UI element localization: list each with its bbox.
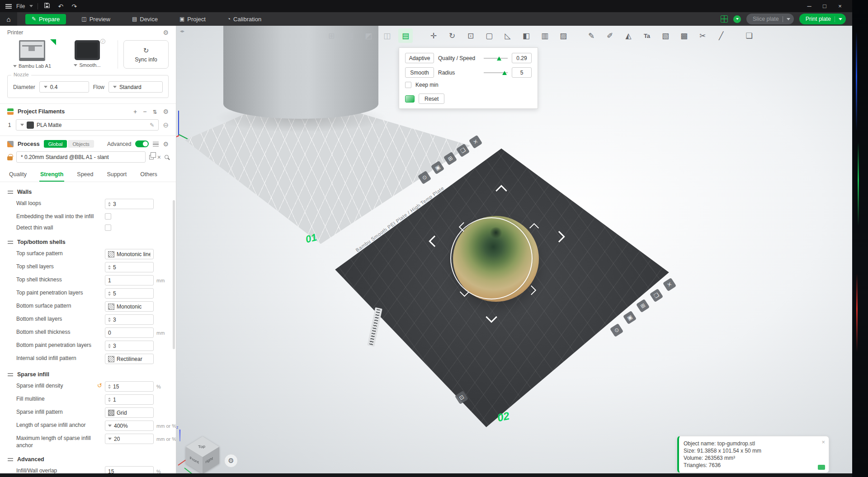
top-shell-layers-input[interactable]: 5 xyxy=(105,262,154,272)
toolbar-seam-paint-icon[interactable]: ◭ xyxy=(621,28,636,43)
toolbar-auto-orient-icon[interactable]: ◩ xyxy=(361,28,376,43)
flow-select[interactable]: Standard xyxy=(108,81,163,93)
spinner-icon[interactable] xyxy=(108,344,111,348)
radius-slider[interactable] xyxy=(484,70,508,76)
add-filament-icon[interactable] xyxy=(133,108,137,115)
spinner-icon[interactable] xyxy=(108,318,111,322)
fill-multiline-input[interactable]: 1 xyxy=(105,394,154,405)
filament-select[interactable]: PLA Matte xyxy=(16,119,159,131)
viewport-3d[interactable]: ◂▸ ⊞ ▦ ◩ ◫ ▤ ✛ ↻ ⊡ ▢ ◺ ◧ ▥ ▨ ✎ ✐ ◭ Ta ▧ … xyxy=(176,26,852,473)
printer-settings-icon[interactable] xyxy=(163,29,169,36)
sparse-pattern-select[interactable]: Grid xyxy=(105,407,154,418)
radius-value[interactable]: 5 xyxy=(512,67,532,78)
file-menu[interactable]: File xyxy=(16,3,25,9)
process-preset-select[interactable]: * 0.20mm Standard @BBL A1 - slant xyxy=(16,151,146,163)
reset-button[interactable]: Reset xyxy=(419,94,444,104)
remove-filament-icon[interactable] xyxy=(143,108,146,115)
plate2-delete-icon[interactable]: ✕ xyxy=(663,278,676,291)
spinner-icon[interactable] xyxy=(108,398,111,402)
internal-solid-pattern-select[interactable]: Rectilinear xyxy=(105,354,154,364)
toolbar-scale-tool-icon[interactable]: ⊡ xyxy=(463,28,478,43)
undo-icon[interactable]: ↶ xyxy=(56,3,65,10)
print-dropdown-icon[interactable] xyxy=(839,18,842,20)
embed-wall-checkbox[interactable] xyxy=(105,213,111,220)
advanced-toggle[interactable] xyxy=(135,140,149,147)
process-settings-icon[interactable] xyxy=(163,140,169,148)
toolbar-emboss-icon[interactable]: ▧ xyxy=(658,28,673,43)
slice-dropdown-icon[interactable] xyxy=(787,18,790,20)
toolbar-split-to-objects-icon[interactable]: ▥ xyxy=(538,28,552,43)
tab-quality[interactable]: Quality xyxy=(8,170,28,182)
spinner-icon[interactable] xyxy=(108,202,111,206)
minimize-button[interactable]: ─ xyxy=(802,1,816,11)
bottom-shell-layers-input[interactable]: 3 xyxy=(105,314,154,325)
close-icon[interactable] xyxy=(821,439,825,445)
send-options-icon[interactable] xyxy=(733,15,741,23)
menu-icon[interactable] xyxy=(5,4,12,9)
quality-speed-value[interactable]: 0.29 xyxy=(512,53,532,63)
toolbar-mirror-icon[interactable]: ◧ xyxy=(519,28,533,43)
navigation-cube[interactable]: Top Front right xyxy=(184,434,222,473)
plate-02-label[interactable]: 02 xyxy=(496,410,510,425)
toolbar-move-tool-icon[interactable]: ✛ xyxy=(426,28,441,43)
redo-icon[interactable]: ↷ xyxy=(70,3,79,10)
print-plate-button[interactable]: Print plate xyxy=(799,14,846,24)
toolbar-lay-on-face-icon[interactable]: ◺ xyxy=(500,28,515,43)
tab-device[interactable]: ▤ Device xyxy=(126,14,164,24)
view-all-settings-icon[interactable] xyxy=(153,141,159,146)
printer-card[interactable]: Bambu Lab A1 xyxy=(7,40,57,69)
scope-global-tab[interactable]: Global xyxy=(44,140,67,148)
toolbar-cut-icon[interactable]: ✂ xyxy=(695,28,710,43)
smooth-button[interactable]: Smooth xyxy=(405,67,434,78)
plate-type-card[interactable]: Smooth... xyxy=(62,40,112,69)
slider-thumb[interactable] xyxy=(497,56,501,61)
detect-thin-wall-checkbox[interactable] xyxy=(105,224,111,231)
plate2-name-icon[interactable]: ▣ xyxy=(623,311,637,324)
toolbar-support-paint-icon[interactable]: ✎ xyxy=(584,28,599,43)
sync-info-button[interactable]: Sync info xyxy=(123,40,169,69)
toolbar-arrange-all-icon[interactable]: ▦ xyxy=(343,28,357,43)
save-preset-icon[interactable] xyxy=(149,155,154,159)
tab-preview[interactable]: ◫ Preview xyxy=(75,14,117,24)
plate1-delete-icon[interactable]: ✕ xyxy=(469,135,482,149)
toolbar-measure-icon[interactable]: ╱ xyxy=(714,28,728,43)
edit-filament-icon[interactable] xyxy=(150,122,154,128)
sidebar-collapse-handle[interactable]: ◂▸ xyxy=(180,28,184,33)
tab-speed[interactable]: Speed xyxy=(76,170,94,182)
toolbar-fuzzy-skin-icon[interactable]: ▩ xyxy=(677,28,691,43)
toolbar-assembly-view-icon[interactable]: ❏ xyxy=(742,28,756,43)
toolbar-color-paint-icon[interactable]: ✐ xyxy=(603,28,617,43)
quality-speed-slider[interactable] xyxy=(484,55,508,61)
filament-extra-icon[interactable] xyxy=(163,121,169,129)
spinner-icon[interactable] xyxy=(108,384,111,389)
bottom-shell-thickness-input[interactable]: 0 xyxy=(105,327,154,338)
parameters-panel[interactable]: Walls Wall loops3 Embedding the wall int… xyxy=(0,182,176,473)
home-button[interactable]: ⌂ xyxy=(0,12,17,26)
save-icon[interactable] xyxy=(42,2,52,10)
filament-settings-icon[interactable] xyxy=(163,108,169,115)
scope-objects-tab[interactable]: Objects xyxy=(68,140,94,148)
slice-plate-button[interactable]: Slice plate xyxy=(746,14,794,24)
toolbar-text-tool-icon[interactable]: Ta xyxy=(640,28,654,43)
bottom-paint-penetration-input[interactable]: 3 xyxy=(105,341,154,351)
spinner-icon[interactable] xyxy=(108,291,111,296)
sync-filaments-icon[interactable] xyxy=(152,108,157,115)
toolbar-adaptive-layer-height-icon[interactable]: ▤ xyxy=(398,28,413,43)
slider-thumb[interactable] xyxy=(502,71,507,75)
tab-strength[interactable]: Strength xyxy=(39,170,64,182)
toolbar-rotate-tool-icon[interactable]: ↻ xyxy=(445,28,459,43)
plate2-settings-icon[interactable]: ⊙ xyxy=(610,323,623,337)
scrollbar[interactable] xyxy=(173,200,175,349)
plate2-clone-icon[interactable]: ❏ xyxy=(650,289,663,302)
tab-support[interactable]: Support xyxy=(106,170,127,182)
toolbar-rect-select-icon[interactable]: ▢ xyxy=(482,28,496,43)
toolbar-add-plate-icon[interactable]: ⊞ xyxy=(324,28,339,43)
infill-anchor-max-select[interactable]: 20 xyxy=(105,434,154,444)
top-paint-penetration-input[interactable]: 5 xyxy=(105,288,154,299)
keep-min-checkbox[interactable] xyxy=(405,82,411,88)
chevron-down-icon[interactable] xyxy=(29,5,33,7)
plates-manager-icon[interactable] xyxy=(721,15,728,23)
viewport-settings-icon[interactable] xyxy=(224,454,238,468)
tab-others[interactable]: Others xyxy=(139,170,158,182)
infill-wall-overlap-input[interactable]: 15 xyxy=(105,466,154,473)
